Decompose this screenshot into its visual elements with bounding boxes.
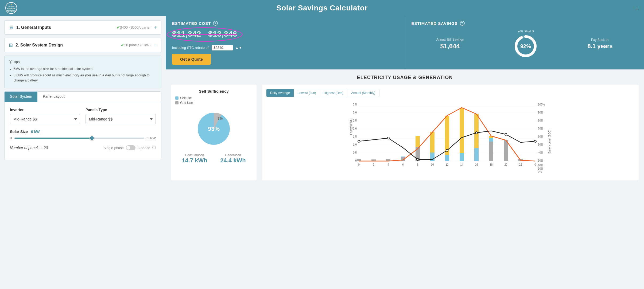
svg-text:3.5: 3.5: [353, 103, 357, 106]
cost-content: $11,342 - $13,346 Including STC rebate o…: [172, 29, 398, 65]
rebate-input[interactable]: [212, 45, 233, 50]
solar-size-slider[interactable]: [14, 138, 144, 139]
app-header: ☀ CLEAN ENERGY REVIEWS Solar Savings Cal…: [0, 0, 644, 16]
svg-text:50%: 50%: [538, 143, 543, 146]
menu-icon[interactable]: ≡: [635, 5, 639, 11]
cost-title: ESTIMATED COST ?: [172, 21, 398, 26]
get-quote-button[interactable]: Get a Quote: [172, 54, 211, 65]
svg-text:Energy (kWh): Energy (kWh): [350, 119, 352, 135]
svg-rect-61: [489, 138, 493, 142]
general-inputs-icon: 🖥: [9, 25, 14, 30]
svg-point-69: [475, 132, 478, 134]
svg-text:10%: 10%: [538, 167, 543, 170]
payback-value: 8.1 years: [588, 43, 613, 50]
inverter-select[interactable]: Budget $ Mid-Range $$ Premium $$$: [10, 114, 80, 124]
consumption-value: 14.7 kWh: [182, 157, 207, 164]
tab-panel-layout[interactable]: Panel Layout: [37, 92, 70, 102]
tab-daily-average[interactable]: Daily Average: [266, 89, 294, 97]
payback-item: Pay Back In: 8.1 years: [588, 38, 613, 50]
slider-row: 0 10kW: [10, 136, 156, 140]
donut-percent: 92%: [520, 43, 531, 49]
savings-help-icon[interactable]: ?: [460, 21, 465, 26]
tab-highest[interactable]: Highest (Dec): [320, 89, 347, 97]
self-use-dot: [175, 96, 179, 100]
single-phase-label: Single-phase: [103, 146, 124, 150]
inverter-group: Inverter Budget $ Mid-Range $$ Premium $…: [10, 108, 80, 124]
charts-row: Self Sufficiency Self use Grid Use: [171, 85, 639, 180]
tabs-content: Inverter Budget $ Mid-Range $$ Premium $…: [5, 102, 161, 160]
svg-text:10: 10: [431, 163, 434, 166]
tips-list: 6kW is the average size for a residentia…: [9, 67, 157, 83]
chart-svg-container: .grid-line { stroke: #e0e0e0; stroke-wid…: [266, 100, 634, 176]
panels-type-label: Panels Type: [86, 108, 156, 112]
section2-toggle[interactable]: −: [154, 42, 157, 48]
svg-text:30%: 30%: [538, 159, 543, 162]
svg-point-67: [417, 158, 419, 161]
slider-min-label: 0: [10, 136, 12, 140]
svg-text:7%: 7%: [218, 116, 223, 120]
legend-self-use: Self use: [175, 96, 252, 100]
tab-solar-system[interactable]: Solar System: [5, 92, 37, 102]
cost-help-icon[interactable]: ?: [213, 21, 218, 26]
section1-toggle[interactable]: +: [154, 24, 157, 30]
tips-title: ⓘ Tips: [9, 60, 157, 64]
logo: ☀ CLEAN ENERGY REVIEWS: [5, 2, 17, 14]
generation-label: Generation: [220, 153, 246, 157]
three-phase-label: 3-phase: [138, 146, 150, 150]
svg-point-70: [505, 133, 507, 135]
logo-circle: ☀ CLEAN ENERGY REVIEWS: [5, 2, 17, 14]
svg-text:60%: 60%: [538, 135, 543, 138]
phase-help-icon[interactable]: ⓘ: [152, 145, 156, 150]
annual-bill-value: $1,644: [436, 42, 464, 50]
svg-text:0: 0: [534, 163, 536, 166]
solar-system-tabs: Solar System Panel Layout Inverter Budge…: [4, 91, 161, 160]
consumption-item: Consumption 14.7 kWh: [182, 153, 207, 164]
svg-text:80%: 80%: [538, 119, 543, 122]
section2-header[interactable]: ⊞ 2. Solar System Design ✔ 20 panels (6 …: [5, 38, 161, 52]
chart-section-title: ELECTRICITY USAGE & GENERATION: [171, 75, 639, 80]
legend-grid-use: Grid Use: [175, 101, 252, 105]
svg-text:1.0: 1.0: [353, 143, 357, 146]
savings-content: Annual Bill Savings $1,644 You Save $: [412, 29, 638, 58]
svg-text:2.0: 2.0: [353, 127, 357, 130]
phase-toggle-group: Single-phase 3-phase ⓘ: [103, 145, 156, 150]
inverter-label: Inverter: [10, 108, 80, 112]
section1-header[interactable]: 🖥 1. General Inputs ✔ $400 - $500/quarte…: [5, 21, 161, 34]
svg-text:100%: 100%: [538, 103, 545, 106]
estimated-cost-box: ESTIMATED COST ? $11,342 - $13,346 Inclu…: [166, 16, 405, 69]
panels-type-select[interactable]: Budget $ Mid-Range $$ Premium $$$: [86, 114, 156, 124]
panels-row: Number of panels = 20 Single-phase 3-pha…: [10, 145, 156, 150]
svg-rect-51: [416, 136, 420, 147]
svg-rect-57: [460, 108, 464, 153]
tip-item-1: 6kW is the average size for a residentia…: [14, 67, 157, 72]
pie-chart-title: Self Sufficiency: [175, 89, 252, 93]
svg-text:18: 18: [490, 163, 493, 166]
page-title: Solar Savings Calculator: [276, 4, 368, 12]
payback-label: Pay Back In:: [588, 38, 613, 42]
panels-count-label: Number of panels = 20: [10, 146, 48, 150]
usage-chart-svg: .grid-line { stroke: #e0e0e0; stroke-wid…: [266, 100, 634, 175]
svg-text:16: 16: [475, 163, 478, 166]
svg-text:40%: 40%: [538, 151, 543, 154]
svg-rect-49: [401, 157, 405, 157]
savings-title: ESTIMATED SAVINGS ?: [412, 21, 638, 26]
svg-text:20: 20: [504, 163, 507, 166]
solar-size-section: Solar Size 6 kW 0 10kW: [10, 130, 156, 140]
tab-lowest[interactable]: Lowest (Jun): [294, 89, 320, 97]
solar-design-icon: ⊞: [9, 42, 13, 48]
tips-section: ⓘ Tips 6kW is the average size for a res…: [4, 56, 161, 88]
annual-bill-item: Annual Bill Savings $1,644: [436, 38, 464, 50]
svg-text:20%: 20%: [538, 164, 543, 167]
pie-svg: 93% 7%: [192, 107, 235, 150]
tab-annual[interactable]: Annual (Monthly): [347, 89, 379, 97]
svg-text:93%: 93%: [208, 126, 220, 132]
solar-size-value: 6 kW: [31, 130, 40, 134]
svg-point-71: [534, 140, 536, 142]
svg-rect-54: [445, 155, 449, 161]
phase-toggle-switch[interactable]: [126, 145, 135, 150]
chart-tabs: Daily Average Lowest (Jun) Highest (Dec)…: [266, 89, 379, 97]
svg-text:90%: 90%: [538, 111, 543, 114]
form-row-inverter-panels: Inverter Budget $ Mid-Range $$ Premium $…: [10, 108, 156, 124]
svg-rect-58: [474, 148, 479, 161]
svg-text:2: 2: [373, 163, 374, 166]
